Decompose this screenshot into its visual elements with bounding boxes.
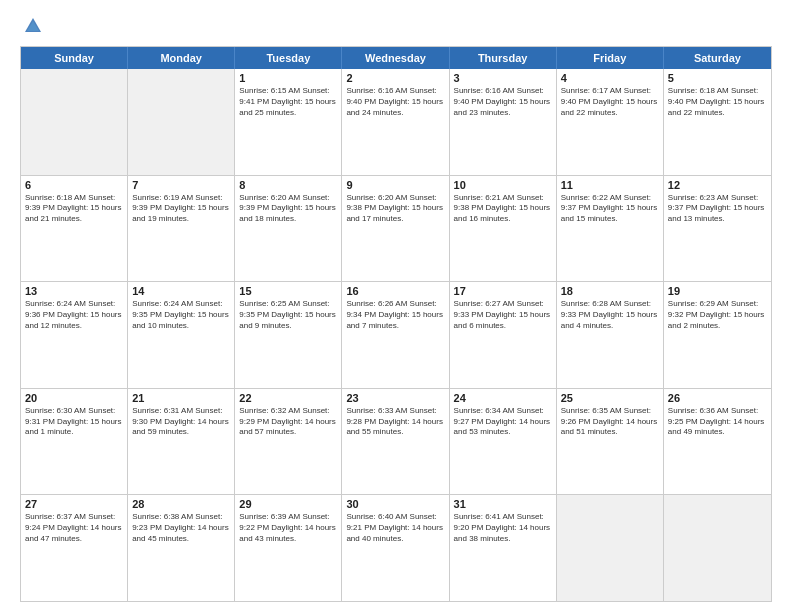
weekday-header: Tuesday: [235, 47, 342, 69]
calendar-cell: 31Sunrise: 6:41 AM Sunset: 9:20 PM Dayli…: [450, 495, 557, 601]
day-number: 9: [346, 179, 444, 191]
cell-text: Sunrise: 6:17 AM Sunset: 9:40 PM Dayligh…: [561, 86, 659, 118]
day-number: 18: [561, 285, 659, 297]
cell-text: Sunrise: 6:31 AM Sunset: 9:30 PM Dayligh…: [132, 406, 230, 438]
cell-text: Sunrise: 6:15 AM Sunset: 9:41 PM Dayligh…: [239, 86, 337, 118]
weekday-header: Saturday: [664, 47, 771, 69]
cell-text: Sunrise: 6:36 AM Sunset: 9:25 PM Dayligh…: [668, 406, 767, 438]
calendar: SundayMondayTuesdayWednesdayThursdayFrid…: [20, 46, 772, 602]
calendar-cell: 1Sunrise: 6:15 AM Sunset: 9:41 PM Daylig…: [235, 69, 342, 175]
logo: [20, 16, 43, 36]
cell-text: Sunrise: 6:37 AM Sunset: 9:24 PM Dayligh…: [25, 512, 123, 544]
day-number: 16: [346, 285, 444, 297]
calendar-cell: 28Sunrise: 6:38 AM Sunset: 9:23 PM Dayli…: [128, 495, 235, 601]
cell-text: Sunrise: 6:40 AM Sunset: 9:21 PM Dayligh…: [346, 512, 444, 544]
day-number: 31: [454, 498, 552, 510]
calendar-cell: 23Sunrise: 6:33 AM Sunset: 9:28 PM Dayli…: [342, 389, 449, 495]
page: SundayMondayTuesdayWednesdayThursdayFrid…: [0, 0, 792, 612]
day-number: 3: [454, 72, 552, 84]
weekday-header: Sunday: [21, 47, 128, 69]
calendar-header: SundayMondayTuesdayWednesdayThursdayFrid…: [21, 47, 771, 69]
cell-text: Sunrise: 6:16 AM Sunset: 9:40 PM Dayligh…: [454, 86, 552, 118]
day-number: 19: [668, 285, 767, 297]
day-number: 2: [346, 72, 444, 84]
calendar-cell: 2Sunrise: 6:16 AM Sunset: 9:40 PM Daylig…: [342, 69, 449, 175]
day-number: 24: [454, 392, 552, 404]
cell-text: Sunrise: 6:38 AM Sunset: 9:23 PM Dayligh…: [132, 512, 230, 544]
cell-text: Sunrise: 6:18 AM Sunset: 9:40 PM Dayligh…: [668, 86, 767, 118]
calendar-cell: 6Sunrise: 6:18 AM Sunset: 9:39 PM Daylig…: [21, 176, 128, 282]
day-number: 28: [132, 498, 230, 510]
logo-icon: [23, 16, 43, 36]
calendar-cell: 24Sunrise: 6:34 AM Sunset: 9:27 PM Dayli…: [450, 389, 557, 495]
cell-text: Sunrise: 6:16 AM Sunset: 9:40 PM Dayligh…: [346, 86, 444, 118]
calendar-cell: [21, 69, 128, 175]
cell-text: Sunrise: 6:18 AM Sunset: 9:39 PM Dayligh…: [25, 193, 123, 225]
calendar-cell: 21Sunrise: 6:31 AM Sunset: 9:30 PM Dayli…: [128, 389, 235, 495]
day-number: 27: [25, 498, 123, 510]
calendar-cell: 4Sunrise: 6:17 AM Sunset: 9:40 PM Daylig…: [557, 69, 664, 175]
calendar-cell: 29Sunrise: 6:39 AM Sunset: 9:22 PM Dayli…: [235, 495, 342, 601]
day-number: 14: [132, 285, 230, 297]
cell-text: Sunrise: 6:39 AM Sunset: 9:22 PM Dayligh…: [239, 512, 337, 544]
day-number: 6: [25, 179, 123, 191]
calendar-cell: 16Sunrise: 6:26 AM Sunset: 9:34 PM Dayli…: [342, 282, 449, 388]
calendar-cell: 22Sunrise: 6:32 AM Sunset: 9:29 PM Dayli…: [235, 389, 342, 495]
cell-text: Sunrise: 6:19 AM Sunset: 9:39 PM Dayligh…: [132, 193, 230, 225]
cell-text: Sunrise: 6:34 AM Sunset: 9:27 PM Dayligh…: [454, 406, 552, 438]
day-number: 25: [561, 392, 659, 404]
weekday-header: Friday: [557, 47, 664, 69]
calendar-row: 13Sunrise: 6:24 AM Sunset: 9:36 PM Dayli…: [21, 281, 771, 388]
day-number: 17: [454, 285, 552, 297]
cell-text: Sunrise: 6:30 AM Sunset: 9:31 PM Dayligh…: [25, 406, 123, 438]
cell-text: Sunrise: 6:24 AM Sunset: 9:35 PM Dayligh…: [132, 299, 230, 331]
calendar-cell: 15Sunrise: 6:25 AM Sunset: 9:35 PM Dayli…: [235, 282, 342, 388]
calendar-cell: 20Sunrise: 6:30 AM Sunset: 9:31 PM Dayli…: [21, 389, 128, 495]
day-number: 7: [132, 179, 230, 191]
calendar-cell: 30Sunrise: 6:40 AM Sunset: 9:21 PM Dayli…: [342, 495, 449, 601]
calendar-body: 1Sunrise: 6:15 AM Sunset: 9:41 PM Daylig…: [21, 69, 771, 601]
day-number: 22: [239, 392, 337, 404]
calendar-cell: 7Sunrise: 6:19 AM Sunset: 9:39 PM Daylig…: [128, 176, 235, 282]
calendar-cell: [664, 495, 771, 601]
calendar-row: 20Sunrise: 6:30 AM Sunset: 9:31 PM Dayli…: [21, 388, 771, 495]
cell-text: Sunrise: 6:25 AM Sunset: 9:35 PM Dayligh…: [239, 299, 337, 331]
cell-text: Sunrise: 6:23 AM Sunset: 9:37 PM Dayligh…: [668, 193, 767, 225]
day-number: 10: [454, 179, 552, 191]
cell-text: Sunrise: 6:24 AM Sunset: 9:36 PM Dayligh…: [25, 299, 123, 331]
day-number: 11: [561, 179, 659, 191]
weekday-header: Monday: [128, 47, 235, 69]
calendar-cell: [128, 69, 235, 175]
day-number: 21: [132, 392, 230, 404]
calendar-row: 6Sunrise: 6:18 AM Sunset: 9:39 PM Daylig…: [21, 175, 771, 282]
day-number: 23: [346, 392, 444, 404]
calendar-cell: 13Sunrise: 6:24 AM Sunset: 9:36 PM Dayli…: [21, 282, 128, 388]
calendar-cell: 14Sunrise: 6:24 AM Sunset: 9:35 PM Dayli…: [128, 282, 235, 388]
day-number: 13: [25, 285, 123, 297]
calendar-cell: 3Sunrise: 6:16 AM Sunset: 9:40 PM Daylig…: [450, 69, 557, 175]
calendar-cell: 25Sunrise: 6:35 AM Sunset: 9:26 PM Dayli…: [557, 389, 664, 495]
day-number: 1: [239, 72, 337, 84]
day-number: 12: [668, 179, 767, 191]
header: [20, 16, 772, 36]
calendar-cell: 10Sunrise: 6:21 AM Sunset: 9:38 PM Dayli…: [450, 176, 557, 282]
cell-text: Sunrise: 6:22 AM Sunset: 9:37 PM Dayligh…: [561, 193, 659, 225]
day-number: 30: [346, 498, 444, 510]
cell-text: Sunrise: 6:21 AM Sunset: 9:38 PM Dayligh…: [454, 193, 552, 225]
cell-text: Sunrise: 6:26 AM Sunset: 9:34 PM Dayligh…: [346, 299, 444, 331]
calendar-cell: 27Sunrise: 6:37 AM Sunset: 9:24 PM Dayli…: [21, 495, 128, 601]
cell-text: Sunrise: 6:28 AM Sunset: 9:33 PM Dayligh…: [561, 299, 659, 331]
calendar-cell: 26Sunrise: 6:36 AM Sunset: 9:25 PM Dayli…: [664, 389, 771, 495]
calendar-cell: 18Sunrise: 6:28 AM Sunset: 9:33 PM Dayli…: [557, 282, 664, 388]
day-number: 4: [561, 72, 659, 84]
calendar-cell: [557, 495, 664, 601]
calendar-cell: 19Sunrise: 6:29 AM Sunset: 9:32 PM Dayli…: [664, 282, 771, 388]
weekday-header: Thursday: [450, 47, 557, 69]
cell-text: Sunrise: 6:35 AM Sunset: 9:26 PM Dayligh…: [561, 406, 659, 438]
cell-text: Sunrise: 6:29 AM Sunset: 9:32 PM Dayligh…: [668, 299, 767, 331]
calendar-cell: 5Sunrise: 6:18 AM Sunset: 9:40 PM Daylig…: [664, 69, 771, 175]
calendar-cell: 11Sunrise: 6:22 AM Sunset: 9:37 PM Dayli…: [557, 176, 664, 282]
calendar-cell: 12Sunrise: 6:23 AM Sunset: 9:37 PM Dayli…: [664, 176, 771, 282]
calendar-cell: 8Sunrise: 6:20 AM Sunset: 9:39 PM Daylig…: [235, 176, 342, 282]
day-number: 8: [239, 179, 337, 191]
